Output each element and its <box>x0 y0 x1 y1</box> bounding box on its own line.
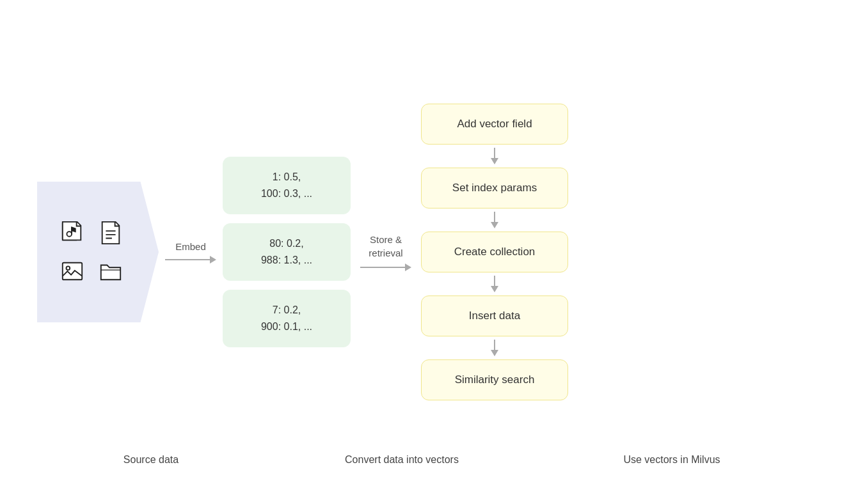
v-line-3 <box>494 276 495 286</box>
source-data-shape <box>37 182 159 322</box>
milvus-section: Add vector field Set index params Create… <box>421 104 568 400</box>
step-label-1: Add vector field <box>457 118 532 130</box>
step-similarity-search: Similarity search <box>421 359 568 400</box>
step-connector-2 <box>491 209 498 232</box>
icons-grid <box>58 219 138 285</box>
document-icon <box>97 219 125 247</box>
store-arrow-line <box>360 264 411 271</box>
folder-icon <box>97 257 125 285</box>
embed-arrow-line <box>165 256 216 264</box>
source-section <box>37 182 159 322</box>
step-label-3: Create collection <box>454 246 536 258</box>
vectors-section: 1: 0.5,100: 0.3, ... 80: 0.2,988: 1.3, .… <box>223 157 351 347</box>
arrowhead-down-2 <box>491 222 498 228</box>
v-line-4 <box>494 340 495 350</box>
v-line-1 <box>494 148 495 158</box>
embed-arrow-container: Embed <box>159 241 223 264</box>
diagram: Embed 1: 0.5,100: 0.3, ... 80: 0.2,988: … <box>37 104 805 400</box>
step-label-2: Set index params <box>452 182 537 194</box>
vector-text-1: 1: 0.5,100: 0.3, ... <box>261 169 312 201</box>
store-arrow-container: Store & retrieval <box>351 233 421 271</box>
arrowhead-down-4 <box>491 350 498 356</box>
vector-box-1: 1: 0.5,100: 0.3, ... <box>223 157 351 214</box>
step-label-5: Similarity search <box>455 374 535 386</box>
store-h-line <box>360 267 405 268</box>
vector-box-2: 80: 0.2,988: 1.3, ... <box>223 223 351 281</box>
step-connector-3 <box>491 272 498 295</box>
audio-icon <box>58 219 86 247</box>
vector-text-3: 7: 0.2,900: 0.1, ... <box>261 302 312 335</box>
step-connector-1 <box>491 145 498 168</box>
labels-row: Source data Convert data into vectors Us… <box>0 454 842 466</box>
svg-rect-5 <box>63 263 82 280</box>
milvus-label: Use vectors in Milvus <box>589 454 755 466</box>
arrowhead-down-3 <box>491 286 498 292</box>
step-add-vector-field: Add vector field <box>421 104 568 145</box>
vector-text-2: 80: 0.2,988: 1.3, ... <box>261 235 312 268</box>
store-label: Store & retrieval <box>369 233 402 260</box>
vector-box-3: 7: 0.2,900: 0.1, ... <box>223 290 351 347</box>
steps-wrapper: Add vector field Set index params Create… <box>421 104 568 400</box>
embed-h-line <box>165 259 210 260</box>
embed-arrowhead <box>210 256 216 264</box>
v-line-2 <box>494 212 495 222</box>
step-connector-4 <box>491 336 498 359</box>
step-create-collection: Create collection <box>421 232 568 272</box>
store-arrowhead <box>405 264 411 271</box>
vectors-wrapper: 1: 0.5,100: 0.3, ... 80: 0.2,988: 1.3, .… <box>223 157 351 347</box>
image-icon <box>58 257 86 285</box>
step-set-index-params: Set index params <box>421 168 568 209</box>
embed-label: Embed <box>175 241 206 252</box>
step-insert-data: Insert data <box>421 295 568 336</box>
step-label-4: Insert data <box>469 310 520 322</box>
arrowhead-down-1 <box>491 158 498 164</box>
source-label: Source data <box>87 454 215 466</box>
vectors-label: Convert data into vectors <box>312 454 491 466</box>
